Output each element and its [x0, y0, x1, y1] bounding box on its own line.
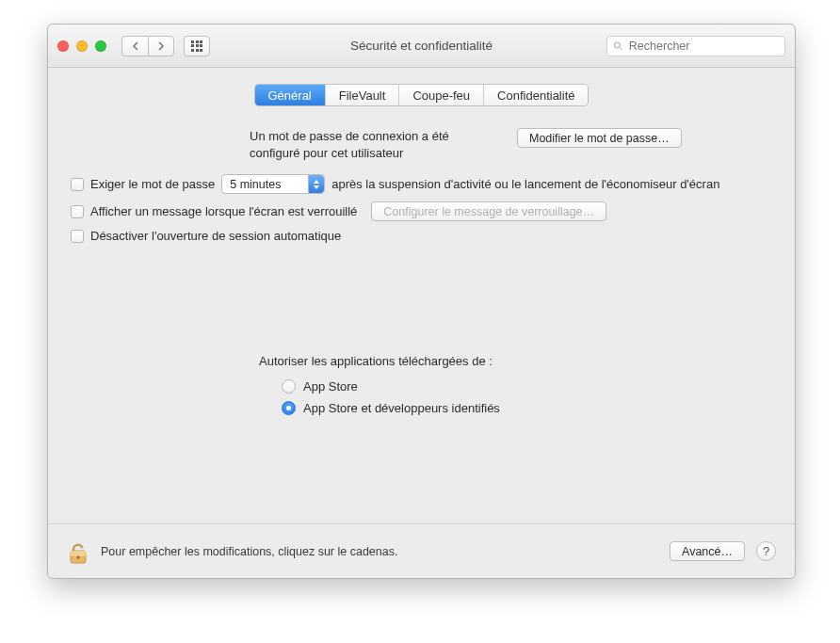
tab-general[interactable]: Général — [255, 85, 326, 105]
svg-point-0 — [614, 41, 620, 47]
back-button[interactable] — [121, 36, 148, 56]
disable-autologin-checkbox[interactable] — [71, 230, 84, 243]
require-password-delay-value: 5 minutes — [230, 178, 281, 191]
help-button[interactable]: ? — [756, 541, 776, 561]
minimize-window-button[interactable] — [76, 40, 88, 52]
svg-rect-3 — [71, 551, 86, 556]
content: Général FileVault Coupe-feu Confidential… — [48, 68, 795, 578]
search-input[interactable] — [629, 40, 779, 53]
require-password-delay-select[interactable]: 5 minutes — [221, 174, 325, 194]
allow-apps-group: App Store App Store et développeurs iden… — [259, 379, 772, 415]
allow-apps-appstore-label: App Store — [303, 379, 358, 394]
zoom-window-button[interactable] — [95, 40, 106, 52]
change-password-button[interactable]: Modifier le mot de passe… — [517, 128, 682, 148]
show-lock-message-label: Afficher un message lorsque l'écran est … — [90, 204, 357, 218]
set-lock-message-button[interactable]: Configurer le message de verrouillage… — [371, 201, 606, 221]
close-window-button[interactable] — [57, 40, 69, 52]
search-icon — [613, 40, 623, 52]
disable-autologin-label: Désactiver l'ouverture de session automa… — [90, 229, 341, 243]
preferences-window: Sécurité et confidentialité Général File… — [47, 24, 796, 579]
allow-apps-title: Autoriser les applications téléchargées … — [259, 354, 772, 368]
password-set-message: Un mot de passe de connexion a été confi… — [250, 128, 494, 161]
svg-line-1 — [620, 47, 622, 50]
titlebar: Sécurité et confidentialité — [48, 24, 795, 68]
window-controls — [57, 40, 106, 52]
tab-bar: Général FileVault Coupe-feu Confidential… — [71, 85, 772, 105]
tab-firewall[interactable]: Coupe-feu — [399, 85, 484, 105]
lock-button[interactable] — [67, 538, 89, 566]
show-all-prefs-button[interactable] — [184, 36, 210, 56]
lock-hint-text: Pour empêcher les modifications, cliquez… — [101, 545, 397, 558]
allow-apps-appstore-radio[interactable] — [282, 379, 296, 394]
advanced-button[interactable]: Avancé… — [670, 541, 745, 561]
tab-filevault[interactable]: FileVault — [326, 85, 400, 105]
search-field[interactable] — [606, 36, 785, 56]
chevron-left-icon — [132, 41, 139, 51]
require-password-checkbox[interactable] — [71, 178, 84, 191]
nav-buttons — [121, 36, 174, 56]
select-stepper-icon — [308, 175, 324, 193]
svg-point-4 — [76, 555, 79, 558]
general-pane: Un mot de passe de connexion a été confi… — [71, 128, 772, 523]
chevron-right-icon — [157, 41, 165, 51]
footer: Pour empêcher les modifications, cliquez… — [48, 523, 795, 578]
require-password-label: Exiger le mot de passe — [90, 177, 215, 191]
lock-icon — [67, 538, 89, 566]
tab-privacy[interactable]: Confidentialité — [484, 85, 588, 105]
show-lock-message-checkbox[interactable] — [71, 205, 84, 218]
allow-apps-identified-label: App Store et développeurs identifiés — [303, 401, 500, 415]
forward-button[interactable] — [148, 36, 174, 56]
grid-icon — [191, 40, 202, 52]
allow-apps-identified-radio[interactable] — [282, 401, 296, 415]
require-password-suffix: après la suspension d'activité ou le lan… — [331, 177, 719, 191]
